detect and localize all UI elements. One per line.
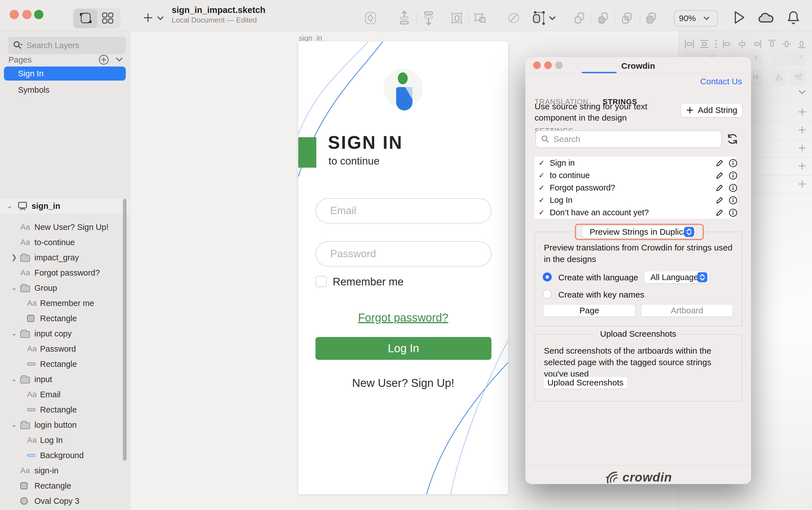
layer-row[interactable]: Password [0,341,130,356]
add-style-button[interactable] [798,108,806,116]
bring-forward-button[interactable] [398,11,410,25]
minimize-window-button[interactable] [22,10,32,19]
add-string-button[interactable]: Add String [681,103,742,117]
layer-row[interactable]: ❯ impact_gray [0,250,130,265]
layer-row[interactable]: Rectangle [0,356,130,372]
language-dropdown[interactable]: All Languages [644,271,709,283]
create-with-key-radio[interactable] [543,290,552,299]
layer-chevron[interactable]: ⌄ [11,421,17,428]
search-layers-field[interactable] [8,37,126,54]
string-info-button[interactable] [729,196,737,205]
string-row[interactable]: ✓ Log In [534,194,736,206]
layer-chevron[interactable]: ❯ [11,253,17,261]
align-top-icon[interactable] [767,39,777,49]
flip-vertical-button[interactable] [790,69,806,85]
cloud-sync-button[interactable] [758,12,774,24]
insert-button[interactable] [143,12,153,23]
layer-row[interactable]: Email [0,387,130,402]
preview-play-button[interactable] [733,10,746,25]
notifications-button[interactable] [787,10,800,26]
layer-row[interactable]: Background [0,448,130,463]
ungroup-button[interactable] [474,11,487,25]
scale-button[interactable] [507,11,520,25]
zoom-level-dropdown[interactable]: 90% [674,10,718,27]
preview-strings-dropdown[interactable]: Preview Strings in Duplicate [582,226,696,238]
layer-row[interactable]: sign-in [0,463,130,478]
layer-row[interactable]: Rectangle [0,478,130,493]
resize-constraints-button[interactable] [531,11,546,25]
artboard-layer-row[interactable]: ⌄ sign_in [0,198,130,214]
layer-row[interactable]: Forgot password? [0,265,130,280]
edit-string-button[interactable] [715,171,724,180]
layer-row[interactable]: Rectangle [0,402,130,417]
page-button[interactable]: Page [543,304,635,317]
add-style-button[interactable] [798,126,806,134]
strings-search-field[interactable] [535,130,722,148]
zoom-window-button[interactable] [34,10,44,19]
string-row[interactable]: ✓ to continue [534,169,736,181]
layer-row[interactable]: Rectangle [0,311,130,326]
login-button[interactable]: Log In [316,337,491,360]
boolean-subtract-button[interactable] [597,11,610,25]
create-with-language-radio[interactable] [543,272,552,281]
email-field[interactable]: Email [316,198,491,223]
remember-me-checkbox[interactable] [316,276,327,287]
contact-us-link[interactable]: Contact Us [700,77,742,86]
layer-row[interactable]: to-continue [0,235,130,250]
signup-text[interactable]: New User? Sign Up! [298,377,508,389]
artboard-button[interactable]: Artboard [641,304,733,317]
align-bottom-icon[interactable] [796,39,807,49]
string-row[interactable]: ✓ Don’t have an account yet? [534,206,736,219]
insert-menu-chevron[interactable] [157,16,164,21]
more-options-icon[interactable] [714,39,718,49]
close-window-button[interactable] [9,10,19,19]
boolean-intersect-button[interactable] [620,11,633,25]
layer-row[interactable]: Remember me [0,296,130,311]
resize-menu-chevron[interactable] [549,16,556,21]
insert-shape-button[interactable] [364,11,377,25]
add-style-button[interactable] [798,162,806,170]
edit-string-button[interactable] [715,183,724,192]
toggle-layers-panel-button[interactable] [74,9,97,28]
distribute-vertical-icon[interactable] [699,39,709,49]
edit-string-button[interactable] [715,208,724,217]
add-style-button[interactable] [798,144,806,152]
collapse-pages-chevron[interactable] [115,57,123,63]
align-right-icon[interactable] [752,39,762,49]
page-item[interactable]: Sign In [4,66,126,81]
align-center-horizontal-icon[interactable] [737,39,747,49]
add-page-button[interactable] [98,54,109,65]
toggle-grid-view-button[interactable] [102,12,114,24]
password-field[interactable]: Password [316,241,491,267]
boolean-difference-button[interactable] [644,11,658,25]
layer-row[interactable]: ⌄ input [0,372,130,387]
section-collapse-chevron[interactable] [798,90,806,95]
layer-row[interactable]: ⌄ Group [0,280,130,296]
rotation-field[interactable]: ° [772,50,806,66]
layer-row[interactable]: Oval Copy 3 [0,493,130,509]
string-info-button[interactable] [729,208,737,217]
edit-string-button[interactable] [715,159,724,168]
distribute-horizontal-icon[interactable] [684,39,694,49]
string-info-button[interactable] [729,183,737,192]
string-row[interactable]: ✓ Forgot password? [534,181,736,194]
align-middle-vertical-icon[interactable] [782,39,792,49]
layer-row[interactable]: ⌄ input copy [0,326,130,341]
refresh-strings-button[interactable] [726,132,739,145]
upload-screenshots-button[interactable]: Upload Screenshots [543,377,628,389]
layer-row[interactable]: New User? Sign Up! [0,219,130,235]
edit-string-button[interactable] [715,196,724,205]
page-item[interactable]: Symbols [4,83,126,97]
align-left-icon[interactable] [722,39,732,49]
group-button[interactable] [450,11,464,25]
signin-artboard[interactable]: SIGN IN to continue Email Password Remem… [298,41,508,494]
layer-row[interactable]: Log In [0,432,130,448]
string-info-button[interactable] [729,159,737,168]
search-layers-input[interactable] [27,41,111,50]
string-info-button[interactable] [729,171,737,180]
add-style-button[interactable] [798,180,806,188]
send-backward-button[interactable] [422,11,435,25]
boolean-union-button[interactable] [573,11,586,25]
layer-chevron[interactable]: ⌄ [11,375,17,383]
layer-row[interactable]: ⌄ login button [0,417,130,432]
